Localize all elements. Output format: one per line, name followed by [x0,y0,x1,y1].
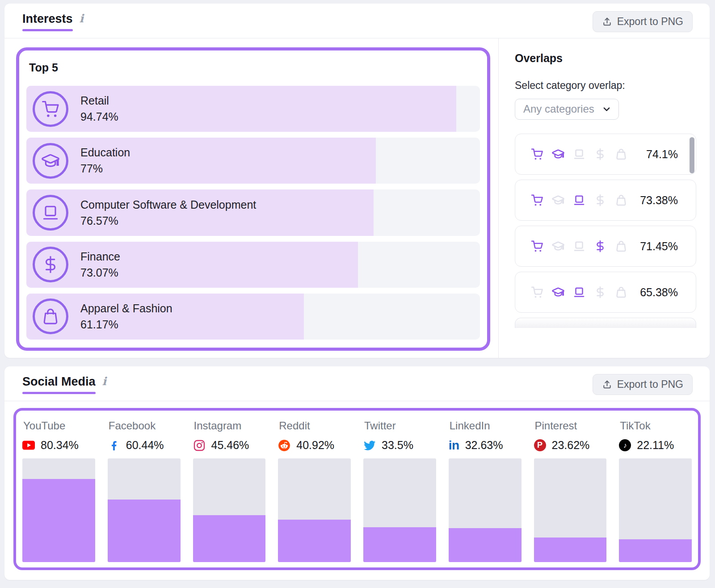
bar-fill [26,138,376,184]
platform-name: Instagram [194,420,266,432]
overlap-percentage: 71.45% [640,240,678,253]
bar-fill [278,520,351,562]
cart-icon [530,193,544,207]
social-chart-area: YouTube 80.34% Facebook 60.44% [4,401,710,580]
platform-percentage: 22.11% [637,439,674,452]
interest-label: Finance [80,250,120,263]
bar-fill [108,500,181,562]
interest-label: Retail [80,94,118,107]
interest-bar-row: Computer Software & Development 76.57% [26,189,480,235]
info-icon[interactable]: i [102,375,107,388]
social-column-pinterest: Pinterest P 23.62% [534,418,607,562]
scrollbar-thumb[interactable] [690,137,694,173]
pinterest-icon: P [534,439,546,451]
platform-bar [22,458,95,562]
interest-label: Apparel & Fashion [80,302,172,315]
platform-name: YouTube [23,420,95,432]
platform-name: TikTok [620,420,692,432]
upload-icon [602,379,612,390]
export-png-button[interactable]: Export to PNG [593,11,693,32]
export-png-label: Export to PNG [617,16,683,28]
overlaps-title: Overlaps [515,52,696,65]
social-column-twitter: Twitter 33.5% [363,418,436,562]
interest-bar-row: Retail 94.74% [26,86,480,132]
interest-label: Computer Software & Development [80,198,256,211]
cart-icon [530,147,544,161]
interests-title: Interests [22,12,73,31]
platform-percentage: 80.34% [41,439,79,452]
chevron-down-icon [602,105,611,114]
bar-fill [534,538,607,562]
social-media-title: Social Media [22,375,96,394]
interest-bar-row: Education 77% [26,138,480,184]
platform-bar [534,458,607,562]
platform-name: Twitter [364,420,436,432]
platform-percentage: 32.63% [465,439,503,452]
interest-label: Education [80,146,130,159]
youtube-icon [22,439,35,452]
platform-percentage: 40.92% [296,439,334,452]
social-media-panel: Social Media i Export to PNG YouTube 80.… [4,366,710,580]
education-icon [551,286,565,299]
category-overlap-dropdown[interactable]: Any categories [515,99,619,120]
platform-percentage: 33.5% [382,439,413,452]
bar-fill [363,527,436,562]
overlap-row[interactable]: 74.1% [515,134,696,175]
overlap-row[interactable]: 65.38% [515,272,696,313]
overlap-percentage: 65.38% [640,286,678,299]
overlap-row[interactable]: 73.38% [515,180,696,221]
facebook-icon [108,439,120,452]
overlap-percentage: 73.38% [640,194,678,207]
interest-percentage: 76.57% [80,214,256,227]
platform-percentage: 23.62% [552,439,590,452]
interest-bar-row: Apparel & Fashion 61.17% [26,294,480,340]
dollar-icon [593,286,607,299]
dollar-icon [593,193,607,207]
platform-percentage: 45.46% [211,439,249,452]
bag-icon [614,147,628,161]
platform-bar [363,458,436,562]
tiktok-icon: ♪ [619,439,631,451]
interests-header: Interests i Export to PNG [4,4,710,38]
education-icon [551,239,565,253]
bar-fill [449,528,522,562]
laptop-icon [572,193,586,207]
platform-percentage: 60.44% [126,439,164,452]
platform-bar [449,458,522,562]
overlap-row-partial[interactable] [515,318,696,328]
interest-bar-row: Finance 73.07% [26,242,480,288]
laptop-icon [572,286,586,299]
info-icon[interactable]: i [80,12,84,25]
cart-icon [530,286,544,299]
interest-percentage: 94.74% [80,110,118,123]
laptop-icon [33,195,68,231]
overlaps-list: 74.1% 73.38% 71.45% [515,134,696,328]
dollar-icon [593,147,607,161]
bar-fill [619,539,692,562]
platform-bar [193,458,266,562]
bag-icon [614,193,628,207]
social-chart-box: YouTube 80.34% Facebook 60.44% [13,408,701,570]
export-png-label: Export to PNG [617,378,683,391]
interest-percentage: 61.17% [80,318,172,331]
social-media-header: Social Media i Export to PNG [4,366,710,401]
top5-box: Top 5 Retail 94.74% Edu [16,47,490,351]
social-column-tiktok: TikTok ♪ 22.11% [619,418,692,562]
social-column-facebook: Facebook 60.44% [108,418,181,562]
interests-panel: Interests i Export to PNG Top 5 Retail 9… [4,4,710,358]
education-icon [33,143,68,179]
dollar-icon [33,247,68,282]
overlap-row[interactable]: 71.45% [515,226,696,267]
top5-title: Top 5 [29,61,480,74]
laptop-icon [572,239,586,253]
twitter-icon [363,439,376,452]
bag-icon [614,286,628,299]
cart-icon [530,239,544,253]
platform-name: Reddit [279,420,351,432]
social-column-linkedin: LinkedIn in 32.63% [449,418,522,562]
platform-name: LinkedIn [450,420,522,432]
linkedin-icon: in [449,439,459,452]
export-png-button[interactable]: Export to PNG [593,374,693,395]
cart-icon [33,91,68,127]
overlap-select-label: Select category overlap: [515,80,696,92]
